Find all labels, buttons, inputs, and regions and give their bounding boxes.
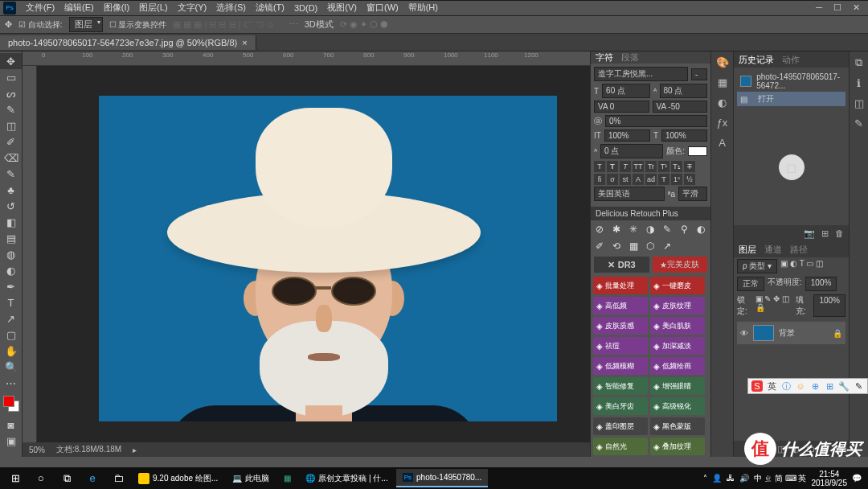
edit-toolbar-icon[interactable]: ⋯	[0, 375, 22, 391]
brush-tool[interactable]: ✎	[0, 166, 22, 182]
ime-toolbar[interactable]: S 英 ⓘ ☺ ⊕ ⊞ 🔧 ✎	[747, 378, 868, 394]
marquee-tool[interactable]: ▭	[0, 69, 22, 85]
layer-visibility-icon[interactable]: 👁	[740, 329, 748, 338]
font-family-select[interactable]: 造字工房悦黑...	[594, 67, 688, 81]
menu-filter[interactable]: 滤镜(T)	[251, 2, 289, 14]
canvas[interactable]	[99, 96, 557, 421]
aa-select[interactable]: 平滑	[678, 187, 707, 201]
start-button[interactable]: ⊞	[3, 469, 27, 487]
character-tab[interactable]: 字符	[596, 51, 613, 64]
brush-settings-icon[interactable]: ✎	[854, 117, 863, 129]
menu-layer[interactable]: 图层(L)	[134, 2, 172, 14]
dr3-action-button[interactable]: ◈美白肌肤	[650, 317, 705, 335]
leading-field[interactable]: 80 点	[660, 84, 707, 98]
layer-filter-select[interactable]: ρ 类型 ▾	[737, 259, 777, 273]
ime-skin-icon[interactable]: ✎	[853, 380, 864, 392]
color-panel-icon[interactable]: 🎨	[716, 56, 729, 68]
history-tab[interactable]: 历史记录	[739, 54, 774, 66]
dr3-icon[interactable]: ⚲	[678, 224, 690, 235]
channels-tab[interactable]: 通道	[764, 244, 782, 256]
document-tab[interactable]: photo-1495078065017-564723e7e3e7.jpg @ 5…	[0, 35, 256, 50]
dr3-icon[interactable]: ⊘	[594, 224, 605, 235]
paths-tab[interactable]: 路径	[790, 244, 808, 256]
scale-x-field[interactable]: 100%	[661, 129, 707, 142]
crop-tool[interactable]: ◫	[0, 117, 22, 134]
baseline-pct-field[interactable]: 0%	[605, 115, 707, 127]
screenmode-tool[interactable]: ▣	[0, 433, 22, 449]
system-tray[interactable]: ˄ 👤 🖧 🔊 中 ㄓ 简 ⌨ 英 21:54 2018/9/25 💬	[703, 470, 865, 487]
dr3-action-button[interactable]: ◈叠加纹理	[650, 438, 705, 455]
ime-lang-icon[interactable]: 英	[766, 380, 777, 392]
cortana-button[interactable]: ○	[29, 469, 53, 487]
move-tool-icon[interactable]: ✥	[5, 19, 12, 30]
menu-window[interactable]: 窗口(W)	[362, 2, 403, 14]
delete-icon[interactable]: 🗑	[835, 228, 844, 238]
font-size-field[interactable]: 60 点	[602, 84, 649, 98]
stamp-tool[interactable]: ♣	[0, 182, 22, 198]
libraries-icon[interactable]: ◫	[854, 97, 864, 109]
dr3-icon[interactable]: ✳	[628, 224, 639, 235]
dr3-action-button[interactable]: ◈盖印图层	[593, 417, 648, 435]
tray-notifications-icon[interactable]: 💬	[852, 474, 862, 483]
taskbar-item-active[interactable]: Psphoto-14950780...	[396, 469, 489, 487]
new-snapshot-icon[interactable]: ⊞	[821, 228, 829, 239]
show-transform-checkbox[interactable]: ☐ 显示变换控件	[109, 19, 167, 31]
tray-people-icon[interactable]: 👤	[712, 474, 722, 483]
canvas-area[interactable]: 0100200300400500600700800900100011001200…	[23, 51, 590, 457]
dr3-icon[interactable]: ◑	[645, 224, 656, 235]
va-field[interactable]: VA 0	[594, 101, 649, 113]
dr3-action-button[interactable]: ◈智能修复	[593, 377, 648, 395]
text-color-swatch[interactable]	[688, 146, 707, 156]
color-swatch[interactable]	[3, 396, 19, 412]
dr3-perfect-skin-button[interactable]: ★ 完美皮肤	[653, 257, 708, 273]
menu-view[interactable]: 视图(V)	[322, 2, 362, 14]
tray-time[interactable]: 21:54	[812, 470, 848, 479]
lasso-tool[interactable]: ᔕ	[0, 85, 22, 101]
quick-select-tool[interactable]: ✎	[0, 101, 22, 117]
zoom-tool[interactable]: 🔍	[0, 359, 22, 375]
ime-keyboard-icon[interactable]: ⊞	[824, 380, 835, 392]
glyphs-panel-icon[interactable]: A	[719, 137, 726, 149]
dr3-icon[interactable]: ✎	[661, 224, 673, 235]
styles-panel-icon[interactable]: ƒx	[717, 117, 728, 129]
document-tab-close-icon[interactable]: ×	[242, 38, 247, 47]
taskbar-item[interactable]: 🌐原创文章投稿 | 什...	[299, 469, 395, 487]
actions-tab[interactable]: 动作	[782, 54, 800, 66]
dr3-action-button[interactable]: ◈黑色蒙版	[650, 417, 705, 435]
dr3-action-button[interactable]: ◈高低频	[593, 297, 648, 314]
tracking-field[interactable]: VA -50	[653, 101, 708, 113]
dr3-action-button[interactable]: ◈自然光	[593, 438, 648, 455]
blur-tool[interactable]: ◍	[0, 246, 22, 262]
quickmask-tool[interactable]: ◙	[0, 417, 22, 433]
taskview-button[interactable]: ⧉	[55, 469, 79, 487]
opacity-field[interactable]: 100%	[805, 277, 837, 291]
taskbar-item[interactable]: 💻此电脑	[226, 469, 276, 487]
shape-tool[interactable]: ▢	[0, 327, 22, 343]
pen-tool[interactable]: ✒	[0, 278, 22, 294]
auto-select-checkbox[interactable]: ☑ 自动选择:	[18, 19, 63, 31]
fg-color-swatch[interactable]	[3, 396, 14, 407]
font-style-select[interactable]: -	[691, 68, 707, 80]
menu-image[interactable]: 图像(I)	[99, 2, 134, 14]
menu-file[interactable]: 文件(F)	[21, 2, 59, 14]
eraser-tool[interactable]: ◧	[0, 214, 22, 230]
dr3-action-button[interactable]: ◈高级锐化	[650, 397, 705, 415]
dr3-action-button[interactable]: ◈皮肤纹理	[650, 297, 705, 314]
dr3-action-button[interactable]: ◈一键磨皮	[650, 277, 705, 294]
window-maximize-icon[interactable]: ☐	[833, 2, 841, 13]
dr3-icon[interactable]: ⬡	[645, 240, 656, 252]
dr3-icon[interactable]: ⟲	[611, 240, 622, 252]
menu-3d[interactable]: 3D(D)	[289, 3, 322, 13]
dr3-action-button[interactable]: ◈批量处理	[593, 277, 648, 294]
dr3-action-button[interactable]: ◈美白牙齿	[593, 397, 648, 415]
dr3-action-button[interactable]: ◈祛痘	[593, 337, 648, 355]
tray-up-icon[interactable]: ˄	[703, 474, 707, 483]
fill-field[interactable]: 100%	[813, 294, 845, 317]
window-minimize-icon[interactable]: ─	[816, 2, 822, 13]
hand-tool[interactable]: ✋	[0, 343, 22, 359]
dr3-action-button[interactable]: ◈皮肤质感	[593, 317, 648, 335]
dr3-icon[interactable]: ↗	[661, 240, 673, 252]
snapshot-icon[interactable]: 📷	[804, 228, 815, 239]
dr3-action-button[interactable]: ◈低频绘画	[650, 357, 705, 375]
auto-select-mode-select[interactable]: 图层	[69, 17, 103, 32]
